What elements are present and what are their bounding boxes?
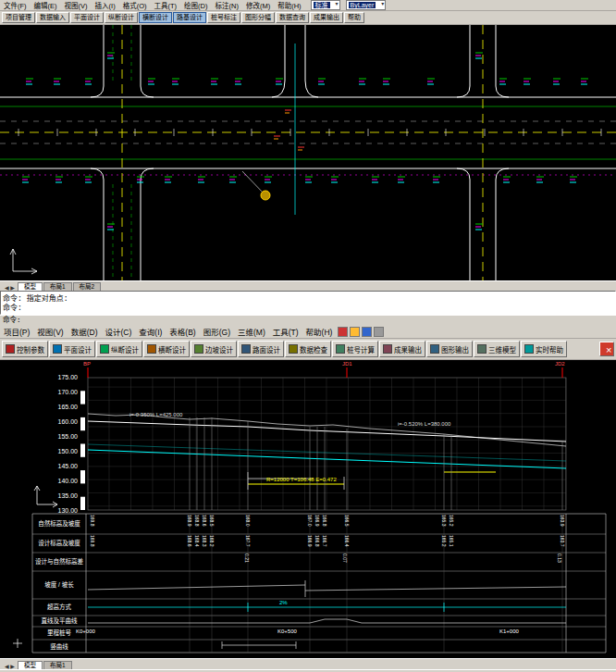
design-tool-button[interactable]: 成果输出 <box>379 341 425 357</box>
cut-fill-values: 0.210.070.13 <box>0 554 616 571</box>
bottom-menubar: 项目(P)视图(V)数据(D)设计(C)查询(I)表格(B)图形(G)三维(M)… <box>0 325 616 339</box>
elevation-value: 166.7 <box>322 535 326 547</box>
style-combobox[interactable]: 标准 <box>311 0 340 10</box>
elevation-label: 165.00 <box>58 404 78 410</box>
menu-item[interactable]: 插入(I) <box>92 0 119 10</box>
layout-tab[interactable]: 模型 <box>18 661 43 669</box>
toolbar-button[interactable]: 数据查询 <box>276 12 309 23</box>
top-command-prompt[interactable]: 命令: <box>0 315 616 325</box>
profile-canvas[interactable]: 175.00170.00165.00160.00155.00150.00145.… <box>0 360 616 658</box>
design-tool-button[interactable]: 纵断设计 <box>96 341 142 357</box>
table-row-label: 设计标高及坡度 <box>33 534 85 553</box>
tool-icon <box>524 344 534 354</box>
menu-item[interactable]: 查询(I) <box>135 326 166 337</box>
toolbar-button[interactable]: 数据输入 <box>36 12 69 23</box>
design-tool-button[interactable]: 横断设计 <box>143 341 190 357</box>
top-command-history[interactable]: 命令: 指定对角点:命令: <box>0 291 616 315</box>
elevation-value: 166.8 <box>322 515 326 527</box>
elevation-value: 169.8 <box>90 535 94 547</box>
elevation-label: 145.00 <box>58 463 78 469</box>
open-file-icon[interactable] <box>350 327 360 337</box>
menu-item[interactable]: 帮助(H) <box>274 0 304 10</box>
tool-label: 路面设计 <box>253 344 280 355</box>
elevation-label: 150.00 <box>58 448 78 454</box>
tab-nav-arrows[interactable]: ◀ ▶ <box>2 284 18 291</box>
cut-fill-value: 0.13 <box>557 554 561 563</box>
toolbar-button[interactable]: 桩号标注 <box>207 12 240 23</box>
print-icon[interactable] <box>374 327 384 337</box>
plan-canvas[interactable] <box>0 25 616 280</box>
toolbar-button[interactable]: 图形分幅 <box>241 12 275 23</box>
elevation-label: 170.00 <box>58 389 78 395</box>
layout-tab[interactable]: 布局1 <box>43 282 72 291</box>
design-tool-button[interactable]: 控制参数 <box>2 341 48 357</box>
design-tool-button[interactable]: 平面设计 <box>49 341 95 357</box>
tool-label: 图形输出 <box>441 344 469 355</box>
menu-item[interactable]: 视图(V) <box>33 326 67 337</box>
tool-label: 横断设计 <box>158 344 186 355</box>
menu-item[interactable]: 三维(M) <box>234 326 269 337</box>
menu-item[interactable]: 帮助(H) <box>302 326 337 337</box>
close-toolbar-button[interactable]: × <box>599 342 614 356</box>
layout-tab[interactable]: 布局2 <box>73 282 102 291</box>
design-tool-button[interactable]: 实时帮助 <box>521 341 567 357</box>
menu-item[interactable]: 文件(F) <box>0 0 31 10</box>
menu-item[interactable]: 项目(P) <box>0 326 33 337</box>
menu-item[interactable]: 绘图(D) <box>180 0 211 10</box>
toolbar-button[interactable]: 帮助 <box>344 12 364 23</box>
elevation-value: 163.7 <box>560 535 564 547</box>
menu-item[interactable]: 设计(C) <box>102 326 136 337</box>
combobox-value: 标准 <box>314 2 330 8</box>
menu-item[interactable]: 格式(O) <box>119 0 151 10</box>
combobox-value: ByLayer <box>349 2 376 8</box>
design-tool-button[interactable]: 路面设计 <box>238 341 284 357</box>
tool-label: 数据检查 <box>300 344 327 355</box>
menu-item[interactable]: 编辑(E) <box>31 0 61 10</box>
elevation-value: 165.1 <box>449 535 453 547</box>
toolbar-button[interactable]: 成果输出 <box>310 12 343 23</box>
elevation-label: 140.00 <box>58 478 78 484</box>
plan-drawing <box>0 25 616 280</box>
elevation-value: 168.9 <box>187 515 191 527</box>
elevation-label: 155.00 <box>58 433 78 440</box>
save-file-icon[interactable] <box>362 327 372 337</box>
design-tool-button[interactable]: 桩号计算 <box>332 341 378 357</box>
menu-item[interactable]: 表格(B) <box>166 326 199 337</box>
design-tool-button[interactable]: 三维模型 <box>474 341 520 357</box>
new-file-icon[interactable] <box>338 327 348 337</box>
tool-icon <box>477 344 487 354</box>
menu-item[interactable]: 数据(D) <box>68 326 102 337</box>
bottom-toolbar-buttons: 控制参数 平面设计 纵断设计 横断设计 <box>2 341 567 357</box>
tab-nav-arrows[interactable]: ◀ ▶ <box>2 663 18 669</box>
station-label: BP <box>83 361 91 367</box>
design-tool-button[interactable]: 边坡设计 <box>191 341 237 357</box>
elevation-value: 168.2 <box>209 535 214 547</box>
cut-fill-value: 0.21 <box>244 554 249 563</box>
elevation-value: 165.3 <box>441 515 446 527</box>
design-tool-button[interactable]: 图形输出 <box>426 341 473 357</box>
elevation-value: 169.8 <box>90 515 94 527</box>
elevation-value: 165.2 <box>449 515 453 527</box>
toolbar-button[interactable]: 项目管理 <box>2 12 35 23</box>
app-root: 文件(F)编辑(E)视图(V)插入(I)格式(O)工具(T)绘图(D)标注(N)… <box>0 0 616 672</box>
elevation-axis-labels: 175.00170.00165.00160.00155.00150.00145.… <box>35 374 78 514</box>
layout-tab[interactable]: 布局1 <box>43 661 72 669</box>
tool-icon <box>6 344 15 354</box>
layout-tab[interactable]: 模型 <box>18 282 43 291</box>
menu-item[interactable]: 图形(G) <box>200 326 234 337</box>
toolbar-button[interactable]: 纵断设计 <box>105 12 138 23</box>
style-combobox[interactable]: ByLayer <box>346 0 387 10</box>
tool-icon <box>336 344 345 354</box>
menu-item[interactable]: 工具(T) <box>269 326 302 337</box>
menu-item[interactable]: 修改(M) <box>242 0 274 10</box>
top-layout-tabbar: ◀ ▶ 模型布局1布局2 <box>0 280 616 291</box>
toolbar-button[interactable]: 横断设计 <box>139 12 172 23</box>
menu-item[interactable]: 视图(V) <box>61 0 92 10</box>
toolbar-button[interactable]: 路基设计 <box>173 12 206 23</box>
menu-item[interactable]: 工具(T) <box>151 0 181 10</box>
bottom-menu-list: 项目(P)视图(V)数据(D)设计(C)查询(I)表格(B)图形(G)三维(M)… <box>0 326 336 337</box>
menu-item[interactable]: 标注(N) <box>212 0 242 10</box>
toolbar-button[interactable]: 平面设计 <box>70 12 104 23</box>
design-tool-button[interactable]: 数据检查 <box>285 341 331 357</box>
table-row-label: 竖曲线 <box>33 640 85 654</box>
